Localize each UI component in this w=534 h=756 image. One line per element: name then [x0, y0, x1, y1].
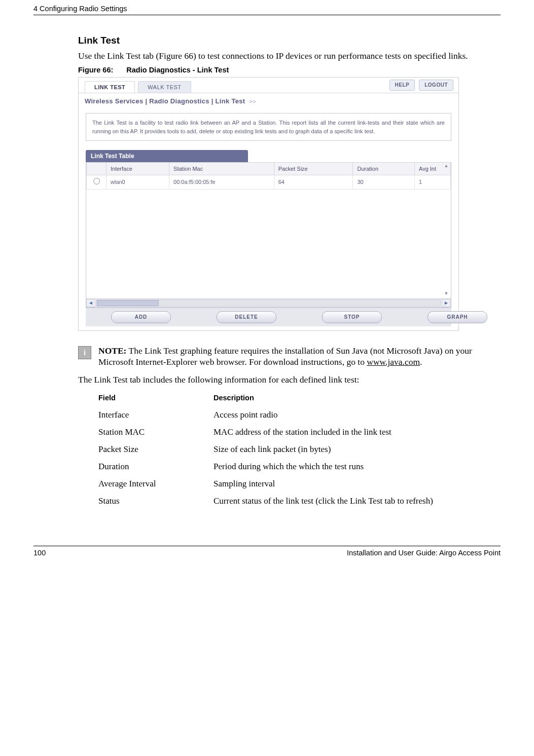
section-intro: Use the Link Test tab (Figure 66) to tes… [78, 50, 500, 62]
scroll-right-icon[interactable]: ► [442, 299, 451, 307]
scrollbar-thumb[interactable] [97, 300, 159, 306]
cell-interface: wlan0 [106, 175, 169, 189]
table-action-bar: ADD DELETE STOP GRAPH [86, 308, 451, 326]
note-label: NOTE: [98, 346, 126, 356]
field-description-table: Field Description Interface Access point… [97, 390, 483, 510]
breadcrumb-text: Wireless Services | Radio Diagnostics | … [85, 97, 247, 105]
dtable-desc: Sampling interval [213, 476, 482, 492]
horizontal-scrollbar[interactable]: ◄ ► [86, 298, 451, 307]
cell-avg: 1 [415, 175, 451, 189]
link-test-table-container: ▲ Interface Station Mac Packet Size Dura… [86, 162, 451, 308]
cell-mac: 00:0a:f5:00:05:fe [169, 175, 274, 189]
dtable-field: Status [98, 493, 212, 509]
page-number: 100 [33, 548, 46, 558]
dtable-desc: Period during which the which the test r… [213, 459, 482, 475]
doc-title: Installation and User Guide: Airgo Acces… [347, 548, 501, 558]
stop-button[interactable]: STOP [322, 311, 382, 323]
dtable-header-field: Field [98, 391, 212, 406]
row-radio[interactable] [87, 175, 106, 189]
dtable-row: Status Current status of the link test (… [98, 493, 482, 509]
lead-text: The Link Test tab includes the following… [78, 374, 500, 386]
dtable-field: Interface [98, 407, 212, 423]
table-titlebar: Link Test Table [86, 150, 248, 162]
note-text-b: . [420, 357, 422, 367]
running-header: 4 Configuring Radio Settings [33, 4, 501, 15]
graph-button[interactable]: GRAPH [428, 311, 487, 323]
cell-duration: 30 [353, 175, 415, 189]
delete-button[interactable]: DELETE [217, 311, 276, 323]
figure-title: Radio Diagnostics - Link Test [126, 66, 229, 74]
col-interface: Interface [106, 163, 169, 175]
tab-walk-test[interactable]: WALK TEST [138, 81, 191, 93]
breadcrumb: Wireless Services | Radio Diagnostics | … [79, 93, 458, 113]
dtable-desc: Access point radio [213, 407, 482, 423]
dtable-field: Station MAC [98, 424, 212, 440]
dtable-row: Duration Period during which the which t… [98, 459, 482, 475]
dtable-desc: Size of each link packet (in bytes) [213, 441, 482, 458]
tab-link-test[interactable]: LINK TEST [85, 81, 135, 93]
dtable-header-description: Description [213, 391, 482, 406]
section-heading: Link Test [78, 34, 500, 47]
col-packet-size: Packet Size [274, 163, 353, 175]
col-station-mac: Station Mac [169, 163, 274, 175]
dtable-field: Packet Size [98, 441, 212, 458]
dtable-row: Interface Access point radio [98, 407, 482, 423]
scrollbar-track[interactable] [96, 299, 441, 307]
note-link[interactable]: www.java.com [367, 357, 420, 367]
dtable-field: Average Interval [98, 476, 212, 492]
note-block: i NOTE: The Link Test graphing feature r… [78, 345, 500, 368]
cell-packet-size: 64 [274, 175, 353, 189]
col-duration: Duration [353, 163, 415, 175]
dtable-row: Station MAC MAC address of the station i… [98, 424, 482, 440]
table-row[interactable]: wlan0 00:0a:f5:00:05:fe 64 30 1 [87, 175, 451, 189]
add-button[interactable]: ADD [111, 311, 171, 323]
figure-caption: Figure 66: Radio Diagnostics - Link Test [78, 65, 500, 75]
col-select [87, 163, 106, 175]
table-empty-area [86, 190, 451, 298]
tab-bar: LINK TEST WALK TEST HELP LOGOUT [79, 78, 458, 93]
dtable-row: Packet Size Size of each link packet (in… [98, 441, 482, 458]
note-text: NOTE: The Link Test graphing feature req… [98, 345, 500, 368]
scroll-down-icon[interactable]: ▼ [443, 291, 450, 298]
dtable-desc: Current status of the link test (click t… [213, 493, 482, 509]
info-icon: i [78, 346, 91, 359]
logout-button[interactable]: LOGOUT [419, 80, 453, 91]
dtable-row: Average Interval Sampling interval [98, 476, 482, 492]
dtable-desc: MAC address of the station included in t… [213, 424, 482, 440]
link-test-table: Interface Station Mac Packet Size Durati… [86, 162, 451, 190]
figure-label: Figure 66: [78, 66, 113, 74]
description-panel: The Link Test is a facility to test radi… [86, 113, 451, 141]
running-footer: 100 Installation and User Guide: Airgo A… [33, 546, 501, 558]
scroll-left-icon[interactable]: ◄ [86, 299, 95, 307]
chevron-icon: >> [249, 98, 256, 104]
screenshot-link-test: LINK TEST WALK TEST HELP LOGOUT Wireless… [78, 77, 459, 330]
radio-icon[interactable] [93, 178, 100, 184]
table-header-row: Interface Station Mac Packet Size Durati… [87, 163, 451, 175]
dtable-field: Duration [98, 459, 212, 475]
help-button[interactable]: HELP [389, 80, 415, 91]
scroll-up-icon[interactable]: ▲ [443, 163, 450, 170]
